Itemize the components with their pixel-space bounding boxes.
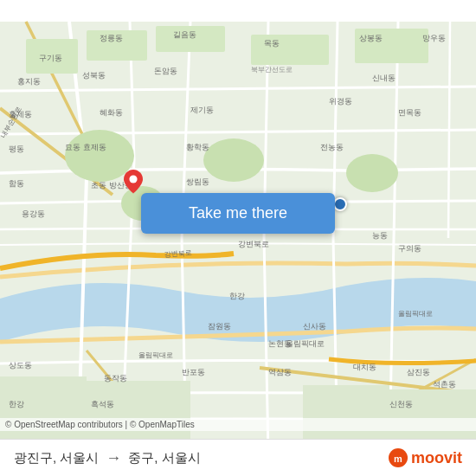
origin-pin	[124, 170, 143, 194]
route-to: 중구, 서울시	[128, 450, 200, 466]
svg-point-61	[129, 175, 137, 183]
svg-text:성북동: 성북동	[82, 71, 106, 80]
svg-text:구의동: 구의동	[398, 244, 421, 253]
svg-text:용강동: 용강동	[22, 209, 45, 218]
svg-text:능동: 능동	[372, 231, 388, 240]
map-attribution: © OpenStreetMap contributors | © OpenMap…	[0, 418, 476, 431]
svg-text:석촌동: 석촌동	[433, 380, 456, 389]
take-me-there-label: Take me there	[189, 204, 287, 222]
svg-text:정릉동: 정릉동	[100, 34, 123, 42]
svg-text:한강: 한강	[229, 292, 245, 300]
moovit-brand-text: moovit	[411, 449, 462, 467]
bottom-bar: 광진구, 서울시 → 중구, 서울시 m moovit	[0, 439, 476, 476]
svg-text:삼진동: 삼진동	[407, 368, 430, 376]
svg-text:평동: 평동	[9, 145, 24, 153]
svg-text:혜화동: 혜화동	[100, 108, 123, 117]
svg-text:면목동: 면목동	[398, 108, 421, 117]
svg-text:길음동: 길음동	[173, 30, 196, 39]
svg-text:쌍림동: 쌍림동	[186, 177, 209, 186]
route-arrow-icon: →	[106, 449, 121, 467]
svg-text:상도동: 상도동	[9, 361, 32, 370]
svg-text:신천동: 신천동	[389, 400, 413, 408]
svg-text:역삼동: 역삼동	[268, 368, 292, 376]
svg-rect-5	[251, 35, 329, 65]
svg-text:망우동: 망우동	[422, 34, 446, 42]
svg-text:반포동: 반포동	[182, 368, 205, 376]
svg-text:제기동: 제기동	[190, 106, 214, 114]
svg-text:돈암동: 돈암동	[154, 67, 177, 75]
route-info: 광진구, 서울시 → 중구, 서울시	[14, 449, 201, 467]
moovit-icon: m	[389, 448, 408, 467]
destination-dot	[333, 197, 347, 211]
map-background: 구기동 정릉동 길음동 목동 상봉동 망우동 홍지동 성북동 돈암동 신내동 홍…	[0, 0, 476, 476]
moovit-logo: m moovit	[389, 448, 462, 467]
svg-text:전농동: 전농동	[320, 143, 344, 151]
take-me-there-button[interactable]: Take me there	[141, 193, 335, 234]
svg-text:신사동: 신사동	[303, 322, 326, 331]
svg-text:위경동: 위경동	[329, 97, 352, 106]
svg-text:한강: 한강	[9, 400, 24, 408]
svg-text:함동: 함동	[9, 179, 24, 188]
svg-text:흑석동: 흑석동	[91, 400, 114, 408]
svg-text:대치동: 대치동	[353, 363, 376, 371]
svg-text:올림픽대로: 올림픽대로	[138, 351, 173, 359]
svg-text:논현동: 논현동	[268, 339, 292, 348]
svg-text:목동: 목동	[264, 39, 280, 48]
svg-point-10	[346, 154, 398, 192]
svg-text:묘동 효제동: 묘동 효제동	[65, 143, 106, 151]
svg-text:강변북로: 강변북로	[238, 240, 269, 248]
svg-text:잠원동: 잠원동	[208, 322, 231, 331]
svg-text:동작동: 동작동	[104, 374, 127, 383]
svg-text:신내동: 신내동	[372, 74, 396, 82]
svg-text:북부간선도로: 북부간선도로	[251, 66, 293, 74]
map-container: 구기동 정릉동 길음동 목동 상봉동 망우동 홍지동 성북동 돈암동 신내동 홍…	[0, 0, 476, 476]
svg-text:m: m	[394, 453, 402, 464]
svg-text:황학동: 황학동	[186, 143, 209, 151]
svg-point-9	[203, 138, 264, 182]
svg-text:구기동: 구기동	[39, 54, 62, 62]
svg-text:홍지동: 홍지동	[17, 77, 41, 86]
route-from: 광진구, 서울시	[14, 450, 99, 466]
svg-text:상봉동: 상봉동	[359, 34, 383, 42]
svg-text:올림픽대로: 올림픽대로	[398, 310, 433, 318]
